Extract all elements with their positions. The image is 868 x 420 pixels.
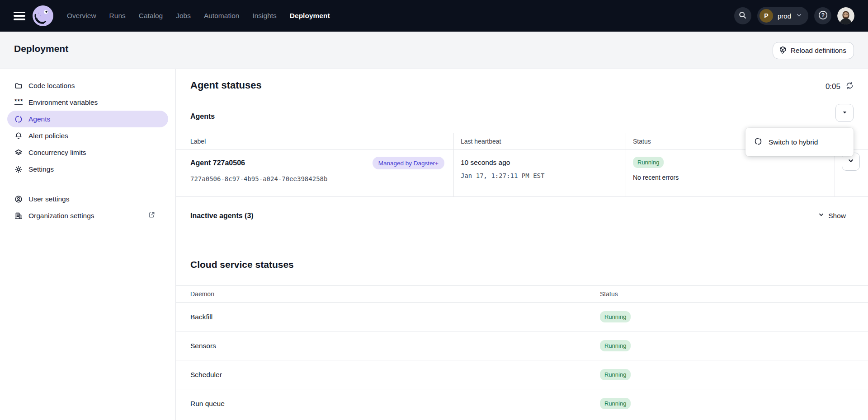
agents-menu-button[interactable] — [835, 104, 854, 122]
sidebar-item-label: Organization settings — [28, 212, 94, 220]
running-status-badge: Running — [600, 398, 631, 409]
reload-definitions-label: Reload definitions — [791, 47, 846, 55]
nav-item-runs[interactable]: Runs — [109, 12, 126, 20]
sidebar-item-concurrency-limits[interactable]: Concurrency limits — [7, 144, 168, 161]
show-inactive-toggle[interactable]: Show — [818, 211, 846, 220]
nav-right-cluster: P prod ? — [734, 7, 854, 25]
daemon-name: Sensors — [190, 342, 216, 350]
sidebar-item-label: Concurrency limits — [28, 149, 86, 157]
show-label: Show — [828, 212, 846, 220]
agent-uuid: 727a0506-8c97-4b95-a024-70ee3984258b — [190, 175, 453, 182]
countdown-value: 0:05 — [826, 82, 840, 91]
workspace-name: prod — [778, 12, 791, 20]
env-vars-icon: *** — [14, 98, 23, 107]
agent-name: Agent 727a0506 — [190, 159, 245, 167]
reload-package-icon — [778, 46, 787, 56]
sidebar-item-environment-variables[interactable]: *** Environment variables — [7, 94, 168, 111]
search-button[interactable] — [734, 7, 751, 24]
running-status-badge: Running — [633, 157, 664, 168]
sidebar-item-label: Environment variables — [28, 98, 98, 107]
agents-icon — [14, 115, 23, 123]
inactive-agents-row: Inactive agents (3) Show — [176, 205, 868, 224]
agent-row: Agent 727a0506 Managed by Dagster+ 727a0… — [176, 150, 868, 197]
chevron-down-icon — [818, 211, 825, 220]
chevron-down-icon — [796, 12, 802, 20]
cloud-services-table: Daemon Status Backfill Running Sensors R… — [176, 285, 868, 418]
page-header: Deployment Reload definitions — [0, 32, 868, 69]
daemon-row-sensors: Sensors Running — [176, 331, 868, 360]
heartbeat-absolute: Jan 17, 1:27:11 PM EST — [461, 172, 626, 179]
top-nav: Overview Runs Catalog Jobs Automation In… — [0, 0, 868, 32]
folder-icon — [14, 82, 23, 90]
help-button[interactable]: ? — [814, 7, 831, 24]
sidebar-item-organization-settings[interactable]: Organization settings — [7, 207, 168, 224]
svg-text:?: ? — [821, 12, 824, 18]
chevron-down-icon — [847, 157, 854, 166]
building-icon — [14, 212, 23, 220]
agent-statuses-heading: Agent statuses — [190, 79, 262, 91]
refresh-countdown: 0:05 — [826, 81, 854, 92]
agent-status-cell: Running No recent errors — [626, 150, 835, 196]
column-header-daemon: Daemon — [176, 286, 592, 302]
menu-item-switch-to-hybrid[interactable]: Switch to hybrid — [769, 138, 818, 146]
agent-label-cell: Agent 727a0506 Managed by Dagster+ 727a0… — [176, 150, 454, 196]
cloud-table-header: Daemon Status — [176, 285, 868, 303]
managed-by-dagster-badge: Managed by Dagster+ — [373, 157, 444, 169]
user-circle-icon — [14, 195, 23, 203]
daemon-name: Backfill — [190, 313, 212, 321]
page-title: Deployment — [14, 43, 68, 54]
nav-item-jobs[interactable]: Jobs — [176, 12, 191, 20]
sidebar-item-alert-policies[interactable]: Alert policies — [7, 127, 168, 144]
running-status-badge: Running — [600, 311, 631, 322]
nav-item-insights[interactable]: Insights — [252, 12, 276, 20]
workspace-switcher[interactable]: P prod — [757, 7, 808, 25]
heartbeat-relative: 10 seconds ago — [461, 159, 626, 167]
layers-icon — [14, 149, 23, 157]
daemon-name: Run queue — [190, 400, 225, 408]
sidebar-item-settings[interactable]: Settings — [7, 161, 168, 177]
search-icon — [738, 11, 747, 21]
deployment-sidebar: Code locations *** Environment variables… — [0, 69, 176, 420]
workspace-initial-badge: P — [760, 9, 773, 23]
daemon-name: Scheduler — [190, 371, 222, 379]
external-link-icon — [148, 211, 156, 220]
sidebar-item-agents[interactable]: Agents — [7, 111, 168, 127]
caret-down-icon — [841, 109, 848, 117]
nav-item-catalog[interactable]: Catalog — [139, 12, 163, 20]
inactive-agents-label: Inactive agents (3) — [190, 212, 254, 220]
sidebar-item-label: Code locations — [28, 82, 75, 90]
refresh-icon[interactable] — [845, 81, 854, 92]
hamburger-menu-icon[interactable] — [14, 12, 25, 20]
sidebar-item-user-settings[interactable]: User settings — [7, 191, 168, 207]
cloud-service-statuses-heading: Cloud service statuses — [190, 259, 294, 270]
nav-item-automation[interactable]: Automation — [204, 12, 239, 20]
sidebar-item-label: User settings — [28, 195, 69, 203]
sidebar-item-label: Agents — [28, 115, 50, 123]
column-header-last-heartbeat: Last heartbeat — [454, 133, 626, 149]
agent-actions-cell — [835, 150, 868, 196]
sidebar-divider — [7, 184, 168, 184]
status-note: No recent errors — [633, 174, 835, 181]
running-status-badge: Running — [600, 340, 631, 351]
running-status-badge: Running — [600, 369, 631, 380]
sidebar-item-code-locations[interactable]: Code locations — [7, 77, 168, 94]
nav-item-overview[interactable]: Overview — [67, 12, 96, 20]
sidebar-item-label: Alert policies — [28, 132, 68, 140]
agents-section-heading: Agents — [190, 112, 215, 121]
bell-icon — [14, 132, 23, 140]
help-icon: ? — [818, 10, 828, 22]
agent-heartbeat-cell: 10 seconds ago Jan 17, 1:27:11 PM EST — [454, 150, 626, 196]
daemon-row-run-queue: Run queue Running — [176, 389, 868, 418]
main-content: Agent statuses 0:05 Agents Label L — [176, 69, 868, 420]
user-avatar[interactable] — [837, 7, 854, 24]
gear-icon — [14, 165, 23, 173]
agents-icon — [754, 137, 762, 147]
nav-item-deployment[interactable]: Deployment — [290, 12, 330, 20]
column-header-status: Status — [592, 286, 868, 302]
primary-nav-links: Overview Runs Catalog Jobs Automation In… — [67, 12, 330, 20]
dagster-logo — [33, 5, 53, 26]
reload-definitions-button[interactable]: Reload definitions — [773, 42, 854, 59]
sidebar-item-label: Settings — [28, 165, 54, 173]
daemon-row-backfill: Backfill Running — [176, 303, 868, 331]
agents-menu-popover: Switch to hybrid — [745, 128, 854, 156]
